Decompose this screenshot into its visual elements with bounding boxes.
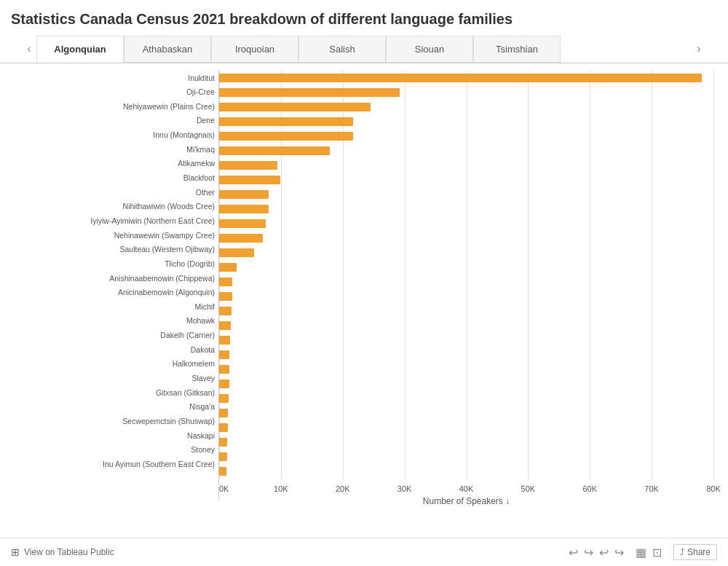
bar[interactable] [219,321,231,330]
bar-row [219,420,713,435]
bar[interactable] [219,161,277,170]
y-label: Dakelh (Carrier) [7,329,215,343]
bar[interactable] [219,88,400,97]
y-label: Tlicho (Dogrib) [7,256,215,271]
bar[interactable] [219,190,269,199]
bar-row [219,260,713,275]
bar[interactable] [219,132,353,141]
bar-row [219,275,713,289]
y-label: Michif [7,299,215,314]
y-label: Anishinaabemowin (Chippewa) [7,271,215,286]
bar-row [219,158,713,173]
bar[interactable] [219,380,229,388]
bar[interactable] [219,248,254,257]
y-label: Inuktitut [7,71,215,85]
bar[interactable] [219,234,263,243]
prev-tab-arrow[interactable]: ‹ [22,35,36,63]
bar-row [219,449,713,464]
tableau-link[interactable]: View on Tableau Public [24,547,114,557]
bar-row [219,347,713,362]
bar-row [219,391,713,406]
x-tick-label: 40K [459,484,474,493]
bar-row [219,202,713,216]
share-button[interactable]: ⤴ Share [673,544,717,560]
bar-row [219,187,713,202]
main-container: Statistics Canada Census 2021 breakdown … [0,0,728,566]
bar[interactable] [219,263,237,272]
y-label: Nehiyawewin (Plains Cree) [7,99,215,114]
bar[interactable] [219,365,229,374]
bar-row [219,289,713,304]
bar[interactable] [219,74,702,82]
bar[interactable] [219,394,229,403]
share-icon: ⤴ [680,547,684,557]
y-label: Saulteau (Western Ojibway) [7,243,215,257]
bar[interactable] [219,336,230,345]
share-label: Share [687,547,711,557]
bar-row [219,464,713,479]
y-label: Oji-Cree [7,85,215,100]
bar-row [219,245,713,260]
bar-row [219,377,713,391]
footer-right: ↩ ↪ ↩ ↪ ▦ ⊡ ⤴ Share [569,544,717,560]
y-label: Blackfoot [7,170,215,185]
y-label: Atikamekw [7,157,215,171]
x-tick-label: 70K [644,484,659,493]
bar[interactable] [219,452,227,461]
y-label: Mi'kmaq [7,142,215,157]
bar-row [219,362,713,377]
footer-left: ⊞ View on Tableau Public [11,546,114,558]
y-label: Other [7,185,215,200]
bar[interactable] [219,146,330,155]
y-label: Nisga'a [7,400,215,414]
bar[interactable] [219,438,227,447]
expand-icon[interactable]: ⊡ [652,546,662,559]
bar-row [219,173,713,187]
bar[interactable] [219,205,269,213]
bar-row [219,231,713,245]
tab-athabaskan[interactable]: Athabaskan [124,36,211,63]
undo-icon[interactable]: ↩ [569,546,578,559]
y-label: Iyiyiw-Ayimiwin (Northern East Cree) [7,213,215,228]
bar[interactable] [219,219,266,228]
bar[interactable] [219,117,353,126]
x-tick-label: 10K [274,484,288,493]
bar-row [219,100,713,114]
y-label: Dakota [7,342,215,357]
tab-salish[interactable]: Salish [298,36,386,63]
tableau-icon: ⊞ [11,546,20,558]
bar[interactable] [219,103,371,111]
x-tick-label: 60K [582,484,597,493]
bar-row [219,144,713,158]
page-title: Statistics Canada Census 2021 breakdown … [0,0,728,35]
layout-icon[interactable]: ▦ [636,546,646,559]
x-tick-label: 30K [397,484,412,493]
tab-tsimshian[interactable]: Tsimshian [473,36,561,63]
bar[interactable] [219,409,228,417]
y-label: Inu Ayimun (Southern East Cree) [7,457,215,471]
tab-siouan[interactable]: Siouan [386,36,473,63]
chart-area: InuktitutOji-CreeNehiyawewin (Plains Cre… [0,63,728,500]
redo-icon[interactable]: ↪ [584,546,593,559]
bar[interactable] [219,467,226,476]
grid-line [713,71,714,480]
y-label: Nehinawewin (Swampy Cree) [7,228,215,243]
y-label: Innu (Montagnais) [7,128,215,143]
bar[interactable] [219,423,228,432]
redo2-icon[interactable]: ↪ [614,546,624,559]
bar-row [219,71,713,85]
bar[interactable] [219,350,229,359]
bar[interactable] [219,176,280,184]
bar-row [219,333,713,347]
y-label: Gitxsan (Gitksan) [7,385,215,400]
next-tab-arrow[interactable]: › [692,35,706,63]
bar[interactable] [219,307,232,315]
tab-algonquian[interactable]: Algonquian [36,36,124,63]
tab-iroquoian[interactable]: Iroquoian [211,36,298,63]
bar[interactable] [219,278,232,286]
bar-row [219,406,713,420]
y-axis-labels: InuktitutOji-CreeNehiyawewin (Plains Cre… [7,71,218,471]
undo2-icon[interactable]: ↩ [599,546,609,559]
bar[interactable] [219,292,232,301]
x-tick-label: 50K [521,484,536,493]
